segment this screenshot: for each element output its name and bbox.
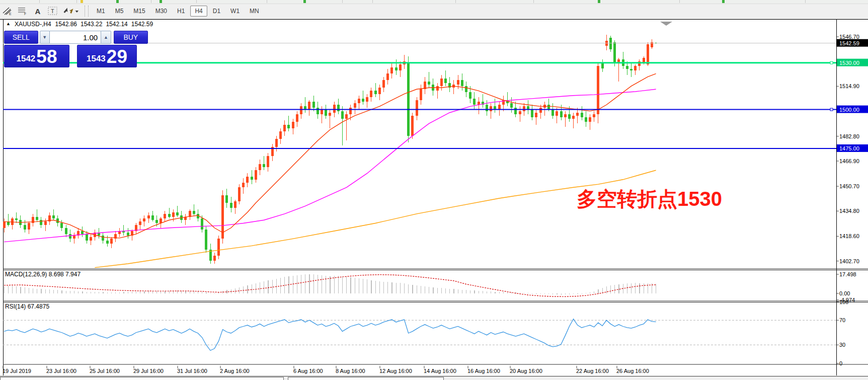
bottom-window-strip [0,376,868,380]
time-tick-label: 25 Jul 16:00 [90,368,120,374]
rsi-axis-label: 0 [839,360,842,366]
minimized-window-bar[interactable] [0,377,284,380]
symbol-header: ▲ XAUUSD-,H4 1542.86 1543.22 1542.14 154… [6,21,153,28]
time-tick-label: 2 Aug 16:00 [220,368,250,374]
hline-handle[interactable] [830,61,833,64]
time-tick-label: 20 Aug 16:00 [510,368,542,374]
symbol-name: XAUUSD-,H4 [15,21,51,28]
time-tick-label: 19 Jul 2019 [3,368,31,374]
ohlc-close: 1542.59 [131,21,153,28]
price-tick-label: 1482.80 [839,133,859,139]
ohlc-open: 1542.86 [55,21,77,28]
macd-axis-label: 17.498 [839,271,856,277]
buy-button[interactable]: BUY [114,31,148,44]
price-tick-label: 1418.60 [839,233,859,239]
price-tick-label: 1402.70 [839,258,859,264]
price-tick-label: 1514.90 [839,83,859,89]
chart-window-bg [3,19,868,375]
rsi-axis-label: 100 [839,299,848,305]
one-click-trading-panel: SELL ▼ 1.00 ▲ BUY 1542 58 1543 29 [4,31,148,67]
volume-increase-button[interactable]: ▲ [101,31,111,44]
ohlc-low: 1542.14 [106,21,127,28]
macd-label: MACD(12,26,9) 8.698 7.947 [5,271,81,278]
minimized-window-bar[interactable] [288,377,444,380]
time-tick-label: 16 Aug 16:00 [467,368,500,374]
rsi-label: RSI(14) 67.4875 [5,303,49,310]
price-tick-label: 1450.70 [839,183,859,189]
price-badge-label: 1500.00 [839,107,859,113]
hline-handle[interactable] [830,108,833,111]
time-tick-label: 29 Jul 16:00 [133,368,164,374]
ohlc-high: 1543.22 [81,21,102,28]
mt4-window: E F A T M1M5M15M30H1H4D1W1MN 1546.701514… [0,0,868,380]
time-tick-label: 14 Aug 16:00 [424,368,456,374]
time-tick-label: 26 Aug 16:00 [616,368,649,374]
time-tick-label: 6 Aug 16:00 [293,368,323,374]
price-tick-label: 1466.90 [839,158,859,164]
time-tick-label: 8 Aug 16:00 [336,368,365,374]
price-badge-label: 1530.00 [839,60,859,66]
time-tick-label: 12 Aug 16:00 [379,368,412,374]
time-tick-label: 23 Jul 16:00 [46,368,76,374]
price-tick-label: 1546.70 [839,34,859,40]
time-tick-label: 31 Jul 16:00 [177,368,207,374]
rsi-axis-label: 30 [839,342,845,348]
bid-quote[interactable]: 1542 58 [4,45,69,67]
rsi-axis-label: 70 [839,317,845,323]
time-tick-label: 22 Aug 16:00 [576,368,609,374]
price-tick-label: 1434.80 [839,208,859,214]
price-badge-label: 1542.59 [839,40,859,46]
chart-annotation[interactable]: 多空转折点1530 [577,185,722,213]
volume-input[interactable]: 1.00 [50,31,101,44]
ask-quote[interactable]: 1543 29 [77,45,137,67]
macd-axis-label: 0.00 [839,290,850,296]
bid-main: 1542 [17,54,36,64]
collapse-panel-icon[interactable]: ▲ [6,21,11,28]
sell-button[interactable]: SELL [4,31,38,44]
ask-pips: 29 [107,48,127,65]
price-badge-label: 1475.00 [839,145,859,151]
bid-pips: 58 [36,48,57,65]
ask-main: 1543 [87,54,106,64]
volume-decrease-button[interactable]: ▼ [40,31,50,44]
